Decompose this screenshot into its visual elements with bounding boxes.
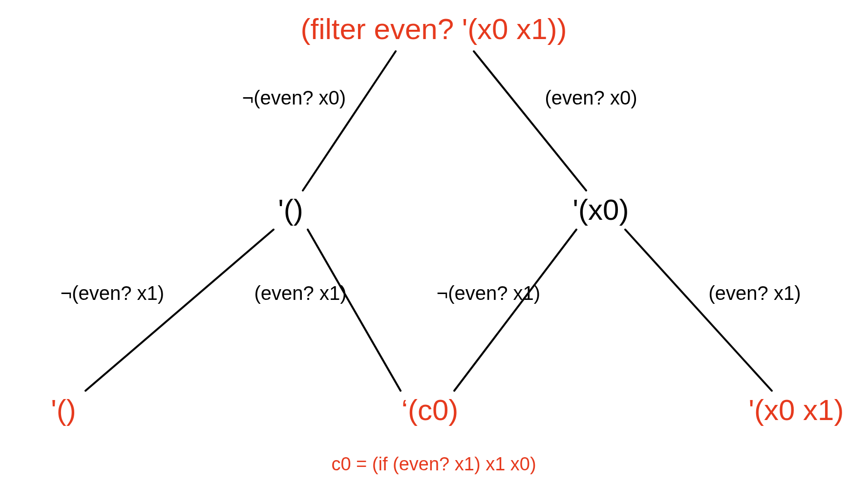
edge-mid-right-leaf-right [625,230,772,391]
footnote-c0: c0 = (if (even? x1) x1 x0) [331,455,536,473]
node-leaf-right: '(x0 x1) [749,396,844,425]
node-mid-right: '(x0) [573,195,629,225]
edge-root-mid-right [474,51,586,190]
node-leaf-center: ‘(c0) [402,396,459,425]
label-mid-left-leaf-center: (even? x1) [254,283,347,303]
label-root-mid-right: (even? x0) [545,88,637,107]
label-mid-right-leaf-center: ¬(even? x1) [437,283,540,303]
label-mid-left-leaf-left: ¬(even? x1) [61,283,164,303]
node-root: (filter even? '(x0 x1)) [301,15,567,44]
node-mid-left: '() [278,195,303,225]
edge-mid-right-leaf-center [454,230,576,391]
label-root-mid-left: ¬(even? x0) [242,88,346,107]
edge-root-mid-left [303,51,396,190]
label-mid-right-leaf-right: (even? x1) [709,283,801,303]
edge-mid-left-leaf-center [308,230,401,391]
edge-mid-left-leaf-left [85,230,274,391]
diagram-stage: (filter even? '(x0 x1)) '() '(x0) '() ‘(… [0,0,868,485]
node-leaf-left: '() [51,396,76,425]
